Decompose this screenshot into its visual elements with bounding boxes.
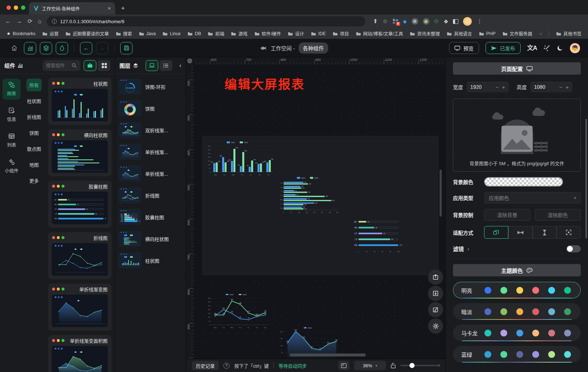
bookmark-item[interactable]: 其他语言 (447, 30, 472, 37)
filter-toggle[interactable] (566, 245, 581, 252)
workspace-name-badge[interactable]: 各种组件 (298, 42, 328, 54)
height-stepper[interactable]: 1080 −+ (530, 81, 572, 92)
app-home-icon[interactable] (8, 42, 20, 54)
canvas-chart-bar-vertical[interactable]: 0501001502002503003501202001508070110130… (205, 141, 274, 176)
zoom-slider[interactable] (400, 365, 440, 366)
theme-row-马卡龙[interactable]: 马卡龙 (453, 325, 581, 341)
redo-button[interactable]: → (96, 42, 108, 54)
theme-row-暗淡[interactable]: 暗淡 (453, 303, 581, 320)
category-item[interactable]: 折线图 (24, 110, 44, 123)
canvas-text-title[interactable]: 编辑大屏报表 (224, 75, 305, 92)
reload-icon[interactable]: ⟳ (28, 18, 32, 24)
category-item[interactable]: 饼图 (26, 126, 42, 139)
profile-avatar[interactable]: 😄 (463, 17, 472, 26)
background-upload-dropzone[interactable]: 背景图需小于 5M ，格式为 png/jpg/gif 的文件 (453, 99, 581, 172)
theme-row-蓝绿[interactable]: 蓝绿 (453, 346, 581, 363)
bookmark-item[interactable]: 文件服务器 (503, 30, 533, 37)
clear-background-button[interactable]: 清除背景 (484, 209, 530, 221)
dark-mode-moon-icon[interactable] (557, 45, 563, 51)
height-plus-icon[interactable]: + (566, 84, 569, 90)
category-item[interactable]: 柱状图 (24, 95, 44, 107)
new-tab-button[interactable]: + (121, 5, 125, 12)
back-icon[interactable]: ← (5, 18, 11, 24)
component-card[interactable]: 单折线渐变图 (48, 284, 112, 331)
fit-height-button[interactable] (533, 226, 557, 239)
browser-menu-icon[interactable]: ⋮ (476, 18, 482, 24)
share-icon[interactable]: ⬆ (373, 18, 378, 24)
layer-item[interactable]: 厦门20南阳40北京60上海80新疆100胶囊柱图 (119, 209, 182, 225)
height-minus-icon[interactable]: − (559, 84, 562, 90)
category-item[interactable]: 所有 (26, 79, 42, 91)
width-minus-icon[interactable]: − (495, 84, 499, 90)
sidebar-item-2[interactable]: A信息 (3, 104, 21, 125)
canvas-chart-bar-horizontal[interactable]: 1202001528070110130130130312268155117160… (277, 176, 343, 214)
extension-grid-icon[interactable]: 9 (392, 18, 398, 24)
import-button[interactable] (428, 286, 443, 301)
theme-row-明亮[interactable]: 明亮 (453, 282, 581, 298)
bg-color-swatch[interactable] (484, 177, 563, 187)
dot-extension-icon[interactable] (423, 18, 429, 25)
layer-item[interactable]: 柱状图 (119, 252, 182, 268)
bookmark-item[interactable]: Java (139, 31, 156, 36)
sidebar-item-3[interactable]: 列表 (3, 130, 21, 151)
category-item[interactable]: 地图 (26, 158, 42, 171)
bookmark-item[interactable]: 设计 (288, 30, 304, 37)
forward-icon[interactable]: → (16, 18, 22, 24)
app-type-select[interactable]: 应用颜色▾ (484, 192, 581, 204)
canvas-chart-capsule[interactable]: 厦门20南阳40北京60上海80新疆100020406080100 (350, 216, 404, 253)
bookmarks-root[interactable]: ★ Bookmarks (7, 31, 35, 36)
gem-extension-icon[interactable]: ◆ (403, 19, 407, 24)
user-avatar[interactable]: 👦 (570, 43, 580, 53)
layer-item[interactable]: 饼图 (119, 100, 182, 116)
canvas-workspace[interactable]: 编辑大屏报表 050100150200250300350120200150807… (193, 64, 445, 359)
history-button[interactable]: 历史记录 (192, 361, 219, 370)
preview-button[interactable]: 预览 (449, 42, 479, 54)
horizontal-scrollbar[interactable] (290, 354, 366, 356)
export-button[interactable] (428, 269, 443, 285)
thumbnail-view-button[interactable] (146, 60, 158, 71)
url-bar[interactable]: i 127.0.0.1:3000/#/chart/home/9 (47, 16, 365, 26)
publish-button[interactable]: 已发布 (486, 42, 521, 54)
charts-tool-button[interactable] (24, 42, 36, 54)
undo-button[interactable]: ← (80, 42, 92, 54)
bookmark-item[interactable]: 资讯未整理 (410, 30, 440, 37)
bookmark-item[interactable]: 运营 (42, 30, 59, 37)
close-window-button[interactable] (7, 5, 11, 10)
other-bookmarks[interactable]: 其他书签 (556, 30, 581, 37)
sidebar-toggle-icon[interactable] (453, 19, 458, 24)
help-icon[interactable]: ? (223, 363, 230, 369)
vertical-scrollbar[interactable] (440, 170, 442, 217)
layer-item[interactable]: 横向柱状图 (119, 231, 182, 247)
collapse-panel-icon[interactable]: ‹ (179, 62, 181, 69)
clear-color-button[interactable]: 清除颜色 (535, 209, 581, 221)
briefcase-view-button[interactable] (84, 60, 96, 71)
width-plus-icon[interactable]: + (502, 84, 505, 90)
layers-tool-button[interactable] (40, 42, 52, 54)
save-button[interactable] (120, 42, 133, 54)
sidebar-item-1[interactable]: 图表 (3, 79, 21, 100)
component-card[interactable]: 折线图 (48, 232, 112, 279)
fit-stretch-button[interactable] (556, 226, 581, 239)
bookmarks-overflow-icon[interactable]: » (539, 31, 542, 36)
filter-expand-icon[interactable]: › (467, 246, 469, 252)
bookmark-star-icon[interactable]: ☆ (382, 18, 387, 24)
filter-tool-button[interactable] (56, 42, 68, 54)
canvas-chart-line-double[interactable]: 0501001502002503003501202001508070110130… (205, 293, 272, 329)
layer-item[interactable]: 单折线渐... (119, 144, 182, 160)
panel-layout-icon[interactable] (338, 361, 349, 370)
star-extension-icon[interactable]: ✩ (434, 18, 439, 24)
layer-item[interactable]: 折线图 (119, 187, 182, 203)
edit-button[interactable] (428, 302, 443, 317)
cmd-extension-icon[interactable]: ⌘ (412, 18, 418, 25)
layer-item[interactable]: 25.00%饼图-环形 (119, 79, 182, 95)
site-info-icon[interactable]: i (52, 19, 57, 24)
bookmark-item[interactable]: IDE (311, 31, 326, 36)
zoom-select[interactable]: 36%▾ (354, 361, 386, 370)
bookmark-item[interactable]: 前端 (208, 30, 224, 37)
browser-tab[interactable]: 工作空间-各种组件 × (29, 2, 115, 14)
bookmark-item[interactable]: Linux (163, 31, 181, 36)
bookmark-item[interactable]: 近期需要读的文章 (66, 30, 109, 37)
layer-item[interactable]: 单折线渐... (119, 166, 182, 181)
component-card[interactable]: 横向柱状图 (48, 129, 112, 176)
search-input[interactable] (46, 63, 70, 68)
